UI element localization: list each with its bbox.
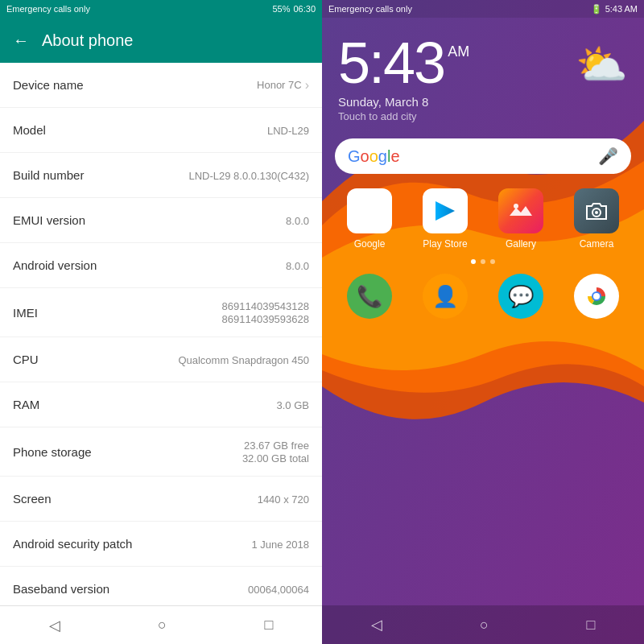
setting-value-4: 8.0.0	[286, 260, 309, 272]
dot-1	[471, 259, 476, 264]
setting-label-6: CPU	[13, 353, 39, 366]
settings-list: Device nameHonor 7C›ModelLND-L29Build nu…	[0, 63, 322, 605]
home-nav-right[interactable]: ○	[480, 617, 489, 634]
emergency-text-right: Emergency calls only	[328, 4, 412, 14]
setting-value-5: 869114039543128 869114039593628	[222, 300, 309, 325]
setting-value-11: 00064,00064	[248, 584, 309, 596]
left-panel: Emergency calls only 55% 06:30 ← About p…	[0, 0, 322, 644]
setting-label-7: RAM	[13, 398, 39, 411]
time-left: 06:30	[293, 4, 316, 14]
camera-icon	[574, 188, 619, 233]
app-grid: Google	[322, 182, 644, 256]
home-nav-left[interactable]: ○	[158, 617, 167, 634]
clock-area: 5:43 AM ⛅ Sunday, March 8 Touch to add c…	[322, 18, 644, 130]
google-logo: Google	[348, 147, 400, 166]
time-right: 5:43 AM	[605, 4, 638, 14]
setting-value-2: LND-L29 8.0.0.130(C432)	[188, 170, 309, 182]
setting-value-10: 1 June 2018	[251, 539, 309, 551]
status-icons-right: 🔋 5:43 AM	[591, 4, 638, 14]
setting-value-8: 23.67 GB free 32.00 GB total	[242, 440, 309, 464]
app-label-google: Google	[354, 238, 386, 250]
nav-bar-right: ◁ ○ □	[322, 605, 644, 644]
weather-icon: ⛅	[576, 40, 628, 89]
dock-item-messages[interactable]: 💬	[486, 274, 555, 319]
setting-value-0: Honor 7C	[257, 79, 302, 91]
right-panel: Emergency calls only 🔋 5:43 AM 5:43 AM ⛅…	[322, 0, 644, 644]
back-nav-left[interactable]: ◁	[49, 617, 60, 634]
setting-item-2: Build numberLND-L29 8.0.0.130(C432)	[0, 153, 322, 198]
setting-item-3: EMUI version8.0.0	[0, 198, 322, 243]
setting-value-3: 8.0.0	[286, 215, 309, 227]
dot-3	[490, 259, 495, 264]
header: ← About phone	[0, 18, 322, 63]
back-button[interactable]: ←	[13, 31, 29, 50]
setting-label-9: Screen	[13, 492, 52, 506]
dots-indicator	[322, 259, 644, 264]
dock-item-phone[interactable]: 📞	[335, 274, 404, 319]
setting-value-6: Qualcomm Snapdragon 450	[178, 354, 309, 366]
page-title: About phone	[42, 31, 133, 50]
app-item-playstore[interactable]: Play Store	[411, 188, 480, 250]
dock-item-chrome[interactable]	[562, 274, 631, 319]
chrome-icon	[574, 274, 619, 319]
search-bar[interactable]: Google 🎤	[335, 138, 631, 174]
setting-label-5: IMEI	[13, 306, 38, 320]
setting-label-1: Model	[13, 123, 46, 137]
setting-value-1: LND-L29	[267, 125, 309, 137]
battery-text-left: 55%	[272, 4, 290, 14]
dock-item-contacts[interactable]: 👤	[411, 274, 480, 319]
setting-value-9: 1440 x 720	[258, 493, 309, 506]
nav-bar-left: ◁ ○ □	[0, 605, 322, 644]
setting-item-9: Screen1440 x 720	[0, 477, 322, 522]
phone-icon: 📞	[347, 274, 392, 319]
setting-label-4: Android version	[13, 258, 97, 272]
setting-item-1: ModelLND-L29	[0, 108, 322, 153]
back-nav-right[interactable]: ◁	[371, 616, 382, 634]
chevron-icon-0: ›	[305, 78, 309, 93]
setting-label-10: Android security patch	[13, 537, 132, 551]
setting-label-2: Build number	[13, 168, 84, 182]
setting-label-8: Phone storage	[13, 445, 92, 459]
recents-nav-left[interactable]: □	[264, 617, 273, 634]
app-item-camera[interactable]: Camera	[562, 188, 631, 250]
setting-item-8: Phone storage23.67 GB free 32.00 GB tota…	[0, 427, 322, 477]
setting-label-0: Device name	[13, 78, 84, 92]
contacts-icon: 👤	[423, 274, 468, 319]
clock-touch-hint[interactable]: Touch to add city	[338, 110, 628, 122]
svg-point-7	[593, 293, 600, 299]
gallery-icon	[498, 188, 543, 233]
svg-point-4	[595, 211, 598, 214]
app-item-gallery[interactable]: Gallery	[486, 188, 555, 250]
setting-item-6: CPUQualcomm Snapdragon 450	[0, 337, 322, 382]
mic-icon[interactable]: 🎤	[598, 147, 618, 166]
app-label-camera: Camera	[580, 238, 614, 250]
setting-label-11: Baseband version	[13, 582, 109, 596]
status-bar-right: Emergency calls only 🔋 5:43 AM	[322, 0, 644, 18]
clock-ampm: AM	[448, 43, 469, 60]
playstore-icon	[423, 188, 468, 233]
setting-item-7: RAM3.0 GB	[0, 382, 322, 427]
status-bar-left: Emergency calls only 55% 06:30	[0, 0, 322, 18]
dock: 📞 👤 💬	[322, 267, 644, 319]
setting-item-11: Baseband version00064,00064	[0, 567, 322, 605]
setting-item-5: IMEI869114039543128 869114039593628	[0, 288, 322, 337]
app-item-google[interactable]: Google	[335, 188, 404, 250]
app-label-gallery: Gallery	[506, 238, 536, 250]
setting-label-3: EMUI version	[13, 213, 85, 227]
clock-time: 5:43	[338, 34, 444, 92]
emergency-text-left: Emergency calls only	[6, 4, 90, 14]
setting-item-4: Android version8.0.0	[0, 243, 322, 288]
setting-value-7: 3.0 GB	[277, 399, 309, 411]
status-icons-left: 55% 06:30	[272, 4, 316, 14]
messages-icon: 💬	[498, 274, 543, 319]
recents-nav-right[interactable]: □	[586, 617, 595, 634]
battery-right: 🔋	[591, 4, 602, 14]
app-label-playstore: Play Store	[423, 238, 467, 250]
dot-2	[481, 259, 485, 264]
setting-item-10: Android security patch1 June 2018	[0, 522, 322, 567]
clock-date: Sunday, March 8	[338, 95, 628, 109]
setting-item-0[interactable]: Device nameHonor 7C›	[0, 63, 322, 108]
svg-marker-1	[436, 201, 455, 221]
